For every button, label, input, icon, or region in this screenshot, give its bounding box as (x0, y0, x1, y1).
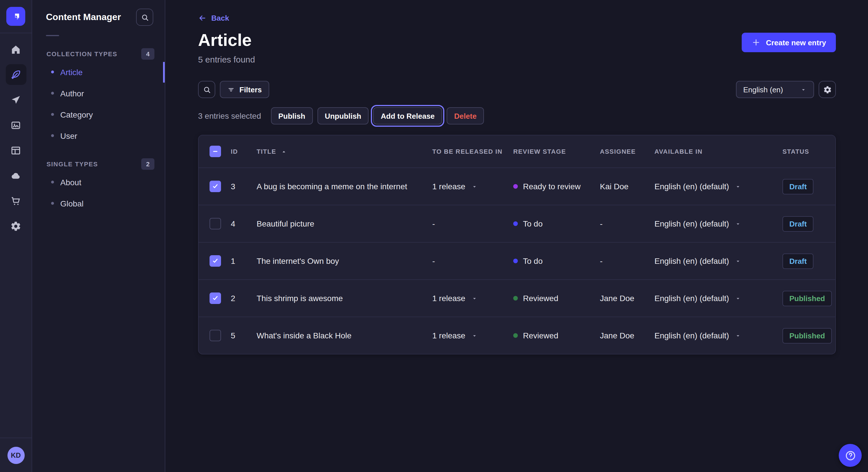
arrow-left-icon (198, 14, 207, 22)
locale-dropdown[interactable]: English (en) (default) (654, 294, 782, 303)
caret-down-icon (735, 183, 741, 190)
locale-dropdown[interactable]: English (en) (default) (654, 182, 782, 191)
status-badge: Draft (782, 179, 814, 194)
column-header-id[interactable]: ID (231, 148, 257, 155)
create-new-entry-button[interactable]: Create new entry (742, 33, 836, 52)
sidebar-item-user[interactable]: User (32, 125, 165, 146)
column-header-review-stage[interactable]: REVIEW STAGE (513, 148, 600, 155)
entries-count-text: 5 entries found (198, 55, 255, 64)
select-all-checkbox[interactable] (210, 146, 221, 157)
stage-dot-icon (513, 222, 518, 226)
sidebar-item-label: About (60, 177, 81, 187)
column-header-assignee[interactable]: ASSIGNEE (600, 148, 654, 155)
subnav-section: COLLECTION TYPES4ArticleAuthorCategoryUs… (32, 48, 165, 146)
back-label: Back (211, 14, 229, 22)
avatar[interactable]: KD (7, 447, 24, 464)
column-header-to-be-released-in[interactable]: TO BE RELEASED IN (432, 148, 513, 155)
column-header-title[interactable]: TITLE (257, 148, 432, 155)
status-cell: Draft (782, 179, 835, 194)
table-row[interactable]: 3A bug is becoming a meme on the interne… (198, 167, 835, 205)
table-header-row: IDTITLETO BE RELEASED INREVIEW STAGEASSI… (198, 135, 835, 167)
column-header-label: TO BE RELEASED IN (432, 148, 503, 155)
filter-icon (227, 86, 235, 93)
nav-content-type-builder-button[interactable] (5, 140, 26, 161)
main-nav-rail: KD (0, 0, 32, 472)
view-settings-button[interactable] (818, 81, 836, 98)
release-dropdown: - (432, 219, 513, 228)
locale-select[interactable]: English (en) (736, 81, 814, 98)
stage-dot-icon (513, 296, 518, 301)
nav-deploy-button[interactable] (5, 165, 26, 186)
column-header-label: ID (231, 148, 238, 155)
subnav-search-button[interactable] (136, 9, 153, 26)
help-button[interactable] (839, 444, 862, 467)
title-row: Article 5 entries found Create new entry (198, 30, 836, 64)
table-row[interactable]: 1The internet's Own boy-To do-English (e… (198, 242, 835, 279)
status-badge: Published (782, 328, 832, 343)
nav-home-button[interactable] (5, 39, 26, 60)
locale-dropdown[interactable]: English (en) (default) (654, 219, 782, 228)
release-dropdown[interactable]: 1 release (432, 182, 513, 191)
unpublish-button[interactable]: Unpublish (317, 107, 369, 125)
status-cell: Draft (782, 253, 835, 269)
title-block: Article 5 entries found (198, 30, 255, 64)
sidebar-item-article[interactable]: Article (32, 61, 165, 82)
entries-table: IDTITLETO BE RELEASED INREVIEW STAGEASSI… (198, 135, 836, 355)
publish-button[interactable]: Publish (271, 107, 313, 125)
list-search-button[interactable] (198, 81, 215, 98)
table-row[interactable]: 5What's inside a Black Hole1 releaseRevi… (198, 316, 835, 354)
delete-button[interactable]: Delete (446, 107, 484, 125)
row-checkbox[interactable] (210, 255, 221, 267)
row-checkbox[interactable] (210, 330, 221, 341)
column-header-status[interactable]: STATUS (782, 148, 835, 155)
layout-icon (10, 145, 21, 156)
row-id: 3 (231, 182, 257, 191)
nav-content-manager-button[interactable] (5, 64, 26, 85)
sidebar-item-label: Category (60, 110, 93, 119)
table-row[interactable]: 4Beautiful picture-To do-English (en) (d… (198, 205, 835, 242)
nav-releases-button[interactable] (5, 90, 26, 110)
row-checkbox[interactable] (210, 181, 221, 192)
subnav-title: Content Manager (46, 12, 121, 22)
nav-marketplace-button[interactable] (5, 191, 26, 211)
strapi-logo-icon (11, 11, 21, 22)
sidebar-item-global[interactable]: Global (32, 193, 165, 214)
row-checkbox[interactable] (210, 218, 221, 229)
add-to-release-button[interactable]: Add to Release (373, 107, 442, 125)
status-cell: Published (782, 291, 835, 306)
release-value: 1 release (432, 331, 465, 340)
release-dropdown[interactable]: 1 release (432, 294, 513, 303)
nav-media-library-button[interactable] (5, 115, 26, 135)
stage-dot-icon (513, 333, 518, 338)
nav-settings-button[interactable] (5, 216, 26, 236)
column-header-available-in[interactable]: AVAILABLE IN (654, 148, 782, 155)
table-row[interactable]: 2This shrimp is awesome1 releaseReviewed… (198, 279, 835, 316)
content-manager-subnav: Content Manager COLLECTION TYPES4Article… (32, 0, 165, 472)
sidebar-item-author[interactable]: Author (32, 82, 165, 104)
home-icon (10, 44, 21, 55)
logo-container (0, 0, 32, 33)
filters-label: Filters (239, 85, 262, 94)
gear-icon (10, 221, 21, 231)
row-checkbox[interactable] (210, 293, 221, 304)
locale-dropdown[interactable]: English (en) (default) (654, 331, 782, 340)
bullet-icon (51, 92, 54, 95)
caret-down-icon (471, 332, 477, 339)
search-icon (203, 85, 211, 94)
row-title: The internet's Own boy (257, 256, 432, 266)
filters-button[interactable]: Filters (220, 81, 269, 98)
cloud-icon (10, 170, 21, 181)
strapi-logo[interactable] (6, 7, 25, 26)
sidebar-item-category[interactable]: Category (32, 104, 165, 125)
back-link[interactable]: Back (198, 14, 229, 22)
strapi-admin-app: KD Content Manager COLLECTION TYPES4Arti… (0, 0, 868, 472)
active-indicator (163, 62, 165, 82)
release-dropdown[interactable]: 1 release (432, 331, 513, 340)
review-stage: Reviewed (513, 331, 600, 340)
locale-value: English (en) (default) (654, 331, 729, 340)
locale-dropdown[interactable]: English (en) (default) (654, 256, 782, 266)
bullet-icon (51, 71, 54, 73)
release-dropdown: - (432, 256, 513, 266)
row-id: 5 (231, 331, 257, 340)
sidebar-item-about[interactable]: About (32, 171, 165, 193)
